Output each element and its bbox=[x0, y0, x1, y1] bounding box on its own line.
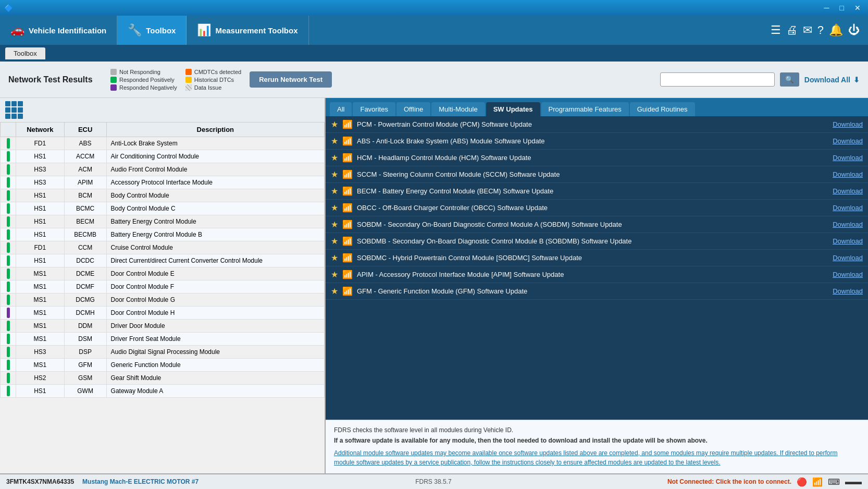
download-button[interactable]: Download bbox=[833, 170, 863, 178]
table-row[interactable]: MS1DDMDriver Door Module bbox=[1, 320, 325, 333]
module-tab-programmable-features[interactable]: Programmable Features bbox=[541, 102, 629, 116]
status-icon-1[interactable]: 🔴 bbox=[797, 477, 807, 487]
module-tabs: AllFavoritesOfflineMulti-ModuleSW Update… bbox=[326, 98, 868, 116]
info-link[interactable]: Additional module software updates may b… bbox=[334, 448, 860, 467]
table-row[interactable]: HS2GSMGear Shift Module bbox=[1, 372, 325, 385]
status-vin: 3FMTK4SX7NMA64335 bbox=[6, 478, 74, 485]
table-row[interactable]: MS1DCMEDoor Control Module E bbox=[1, 267, 325, 280]
tab-toolbox[interactable]: 🔧 Toolbox bbox=[117, 16, 187, 45]
download-button[interactable]: Download bbox=[833, 271, 863, 278]
cell-network: MS1 bbox=[16, 359, 65, 372]
download-button[interactable]: Download bbox=[833, 204, 863, 212]
table-row[interactable]: HS1BCMCBody Control Module C bbox=[1, 202, 325, 215]
print-icon[interactable]: 🖨 bbox=[786, 23, 798, 37]
table-row[interactable]: MS1DSMDriver Front Seat Module bbox=[1, 333, 325, 346]
module-row: ★📶OBCC - Off-Board Charger Controller (O… bbox=[326, 200, 868, 216]
table-row[interactable]: HS1DCDCDirect Current/direct Current Con… bbox=[1, 254, 325, 267]
bell-icon[interactable]: 🔔 bbox=[829, 23, 843, 37]
download-button[interactable]: Download bbox=[833, 221, 863, 228]
cell-description: Anti-Lock Brake System bbox=[106, 137, 324, 150]
download-button[interactable]: Download bbox=[833, 120, 863, 128]
table-row[interactable]: HS3DSPAudio Digital Signal Processing Mo… bbox=[1, 346, 325, 359]
table-row[interactable]: HS1BCMBody Control Module bbox=[1, 189, 325, 202]
cell-network: MS1 bbox=[16, 267, 65, 280]
signal-icon: 📶 bbox=[342, 119, 353, 129]
table-row[interactable]: HS1ACCMAir Conditioning Control Module bbox=[1, 150, 325, 163]
cell-network: MS1 bbox=[16, 294, 65, 307]
table-row[interactable]: FD1CCMCruise Control Module bbox=[1, 241, 325, 254]
download-button[interactable]: Download bbox=[833, 154, 863, 162]
module-tab-guided-routines[interactable]: Guided Routines bbox=[630, 102, 695, 116]
star-icon[interactable]: ★ bbox=[331, 270, 338, 279]
sub-tab-toolbox[interactable]: Toolbox bbox=[5, 47, 45, 59]
cell-description: Direct Current/direct Current Converter … bbox=[106, 254, 324, 267]
modules-list: ★📶PCM - Powertrain Control Module (PCM) … bbox=[326, 116, 868, 420]
download-button[interactable]: Download bbox=[833, 137, 863, 145]
star-icon[interactable]: ★ bbox=[331, 153, 338, 163]
rerun-network-test-button[interactable]: Rerun Network Test bbox=[250, 71, 332, 88]
module-name: SOBDM - Secondary On-Board Diagnostic Co… bbox=[357, 221, 828, 228]
table-row[interactable]: HS1BECMBattery Energy Control Module bbox=[1, 215, 325, 228]
star-icon[interactable]: ★ bbox=[331, 119, 338, 129]
download-all-button[interactable]: Download All ⬇ bbox=[804, 76, 860, 84]
star-icon[interactable]: ★ bbox=[331, 253, 338, 263]
status-icon-2[interactable]: 📶 bbox=[812, 477, 823, 487]
table-row[interactable]: HS3APIMAccessory Protocol Interface Modu… bbox=[1, 176, 325, 189]
cell-ecu: ABS bbox=[64, 137, 106, 150]
minimize-button[interactable]: ─ bbox=[821, 3, 833, 13]
table-row[interactable]: MS1DCMGDoor Control Module G bbox=[1, 294, 325, 307]
table-row[interactable]: MS1DCMFDoor Control Module F bbox=[1, 280, 325, 294]
star-icon[interactable]: ★ bbox=[331, 169, 338, 179]
power-icon[interactable]: ⏻ bbox=[848, 23, 860, 37]
module-row: ★📶SOBDMB - Secondary On-Board Diagnostic… bbox=[326, 233, 868, 250]
download-button[interactable]: Download bbox=[833, 254, 863, 262]
grid-view-toggle[interactable] bbox=[5, 101, 319, 119]
module-tab-favorites[interactable]: Favorites bbox=[353, 102, 395, 116]
cell-ecu: DSM bbox=[64, 333, 106, 346]
search-input[interactable] bbox=[660, 72, 775, 87]
cell-description: Door Control Module H bbox=[106, 307, 324, 320]
cell-network: HS1 bbox=[16, 189, 65, 202]
table-row[interactable]: MS1DCMHDoor Control Module H bbox=[1, 307, 325, 320]
module-row: ★📶GFM - Generic Function Module (GFM) So… bbox=[326, 283, 868, 300]
download-button[interactable]: Download bbox=[833, 237, 863, 245]
download-button[interactable]: Download bbox=[833, 187, 863, 195]
table-row[interactable]: HS1BECMBBattery Energy Control Module B bbox=[1, 228, 325, 241]
table-row[interactable]: FD1ABSAnti-Lock Brake System bbox=[1, 137, 325, 150]
cell-description: Body Control Module C bbox=[106, 202, 324, 215]
network-table: Network ECU Description FD1ABSAnti-Lock … bbox=[0, 122, 325, 398]
cell-ecu: APIM bbox=[64, 176, 106, 189]
tab-vehicle-identification[interactable]: 🚗 Vehicle Identification bbox=[0, 16, 117, 45]
mail-icon[interactable]: ✉ bbox=[803, 23, 812, 37]
star-icon[interactable]: ★ bbox=[331, 236, 338, 246]
table-row[interactable]: HS3ACMAudio Front Control Module bbox=[1, 163, 325, 176]
signal-icon: 📶 bbox=[342, 136, 353, 146]
star-icon[interactable]: ★ bbox=[331, 186, 338, 196]
close-button[interactable]: ✕ bbox=[851, 3, 864, 13]
star-icon[interactable]: ★ bbox=[331, 219, 338, 229]
grid-dot-7 bbox=[5, 114, 10, 119]
module-row: ★📶HCM - Headlamp Control Module (HCM) So… bbox=[326, 150, 868, 166]
status-icon-4[interactable]: ▬▬ bbox=[845, 477, 862, 486]
legend-dot-green bbox=[110, 77, 117, 83]
star-icon[interactable]: ★ bbox=[331, 286, 338, 296]
menu-icon[interactable]: ☰ bbox=[771, 23, 781, 37]
module-row: ★📶SOBDM - Secondary On-Board Diagnostic … bbox=[326, 216, 868, 233]
maximize-button[interactable]: □ bbox=[837, 3, 847, 13]
module-tab-all[interactable]: All bbox=[330, 102, 352, 116]
module-tab-multi-module[interactable]: Multi-Module bbox=[431, 102, 485, 116]
download-button[interactable]: Download bbox=[833, 287, 863, 295]
module-name: SCCM - Steering Column Control Module (S… bbox=[357, 170, 828, 178]
tab-measurement-toolbox[interactable]: 📊 Measurement Toolbox bbox=[187, 16, 308, 45]
table-row[interactable]: MS1GFMGeneric Function Module bbox=[1, 359, 325, 372]
help-icon[interactable]: ? bbox=[817, 23, 824, 37]
star-icon[interactable]: ★ bbox=[331, 203, 338, 213]
module-row: ★📶SOBDMC - Hybrid Powertrain Control Mod… bbox=[326, 250, 868, 266]
table-row[interactable]: HS1GWMGateway Module A bbox=[1, 385, 325, 398]
search-button[interactable]: 🔍 bbox=[780, 72, 799, 87]
module-tab-offline[interactable]: Offline bbox=[396, 102, 430, 116]
module-tab-sw-updates[interactable]: SW Updates bbox=[486, 102, 540, 116]
status-icon-3[interactable]: ⌨ bbox=[828, 477, 840, 487]
cell-ecu: DSP bbox=[64, 346, 106, 359]
star-icon[interactable]: ★ bbox=[331, 136, 338, 146]
